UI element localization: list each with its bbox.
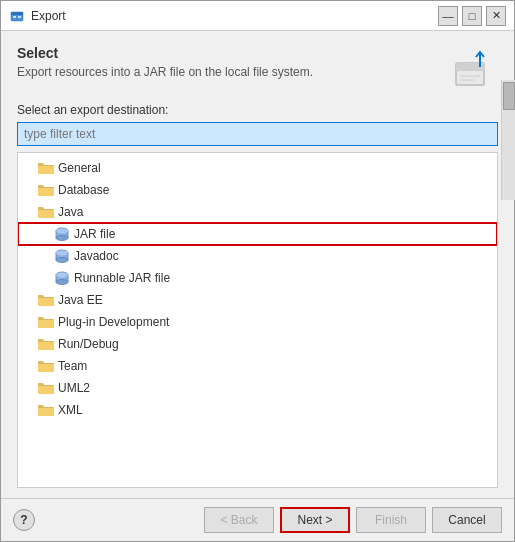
folder-icon (38, 381, 54, 395)
tree-item-uml2[interactable]: UML2 (18, 377, 497, 399)
tree-item-database[interactable]: Database (18, 179, 497, 201)
folder-icon (38, 161, 54, 175)
tree-item-label: XML (58, 403, 83, 417)
folder-icon (38, 293, 54, 307)
tree-item-label: Run/Debug (58, 337, 119, 351)
svg-point-20 (56, 273, 68, 278)
tree-item-plugin-dev[interactable]: Plug-in Development (18, 311, 497, 333)
content-area: Select Export resources into a JAR file … (1, 31, 514, 498)
tree-item-runnable-jar[interactable]: Runnable JAR file (18, 267, 497, 289)
tree-item-label: Database (58, 183, 109, 197)
page-title: Select (17, 45, 313, 61)
svg-rect-2 (13, 16, 16, 18)
cancel-button[interactable]: Cancel (432, 507, 502, 533)
svg-point-11 (56, 236, 68, 241)
scroll-thumb[interactable] (503, 82, 515, 110)
tree-item-label: Runnable JAR file (74, 271, 170, 285)
tree-item-java-ee[interactable]: Java EE (18, 289, 497, 311)
folder-icon (38, 359, 54, 373)
header-text: Select Export resources into a JAR file … (17, 45, 313, 79)
tree-container[interactable]: General Database Java JAR file Javadoc R… (17, 152, 498, 488)
back-button[interactable]: < Back (204, 507, 274, 533)
filter-input[interactable] (17, 122, 498, 146)
finish-button[interactable]: Finish (356, 507, 426, 533)
sidebar-scroll (501, 80, 515, 200)
tree-item-jar-file[interactable]: JAR file (18, 223, 497, 245)
folder-icon (38, 183, 54, 197)
tree-item-team[interactable]: Team (18, 355, 497, 377)
tree-item-label: Java (58, 205, 83, 219)
folder-icon (38, 315, 54, 329)
tree-item-label: General (58, 161, 101, 175)
tree-item-label: JAR file (74, 227, 115, 241)
folder-icon (38, 403, 54, 417)
tree-item-javadoc[interactable]: Javadoc (18, 245, 497, 267)
tree-item-label: Java EE (58, 293, 103, 307)
svg-rect-1 (11, 12, 23, 15)
page-description: Export resources into a JAR file on the … (17, 65, 313, 79)
header-row: Select Export resources into a JAR file … (17, 45, 498, 93)
window-controls: — □ ✕ (438, 6, 506, 26)
export-icon (450, 45, 498, 93)
folder-icon (38, 337, 54, 351)
close-button[interactable]: ✕ (486, 6, 506, 26)
section-label: Select an export destination: (17, 103, 498, 117)
folder-icon (38, 205, 54, 219)
tree-item-general[interactable]: General (18, 157, 497, 179)
bottom-bar: ? < Back Next > Finish Cancel (1, 498, 514, 541)
minimize-button[interactable]: — (438, 6, 458, 26)
tree-item-label: Javadoc (74, 249, 119, 263)
tree-item-label: Team (58, 359, 87, 373)
svg-point-19 (56, 280, 68, 285)
tree-item-label: UML2 (58, 381, 90, 395)
app-icon (9, 8, 25, 24)
jar-icon (54, 227, 70, 241)
svg-rect-3 (18, 16, 21, 18)
maximize-button[interactable]: □ (462, 6, 482, 26)
next-button[interactable]: Next > (280, 507, 350, 533)
help-button[interactable]: ? (13, 509, 35, 531)
svg-point-12 (56, 229, 68, 234)
jar-icon (54, 249, 70, 263)
svg-point-16 (56, 251, 68, 256)
jar-icon (54, 271, 70, 285)
tree-item-xml[interactable]: XML (18, 399, 497, 421)
window-title: Export (31, 9, 438, 23)
svg-point-15 (56, 258, 68, 263)
tree-item-label: Plug-in Development (58, 315, 169, 329)
tree-item-run-debug[interactable]: Run/Debug (18, 333, 497, 355)
tree-item-java[interactable]: Java (18, 201, 497, 223)
title-bar: Export — □ ✕ (1, 1, 514, 31)
